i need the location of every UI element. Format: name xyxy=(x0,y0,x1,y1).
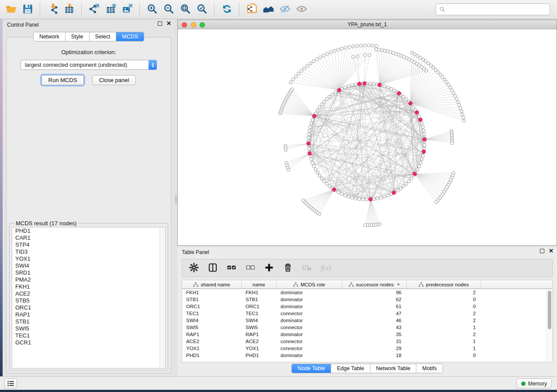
mcds-result-item[interactable]: RAP1 xyxy=(12,311,165,318)
unselect-all-checks-button[interactable] xyxy=(245,262,256,274)
graph-ring-node[interactable] xyxy=(307,136,310,139)
graph-ring-node[interactable] xyxy=(402,185,405,188)
graph-leaf-node[interactable] xyxy=(291,88,294,91)
graph-ring-node[interactable] xyxy=(309,125,312,128)
graph-leaf-node[interactable] xyxy=(315,58,318,61)
tab-style[interactable]: Style xyxy=(66,32,90,41)
column-header-MCDS-role[interactable]: MCDS role xyxy=(277,280,342,289)
graph-leaf-node[interactable] xyxy=(381,48,384,52)
graph-leaf-node[interactable] xyxy=(462,119,465,122)
graph-ring-node[interactable] xyxy=(379,196,382,199)
graph-ring-node[interactable] xyxy=(314,168,317,171)
graph-ring-node[interactable] xyxy=(410,177,413,180)
graph-ring-node[interactable] xyxy=(390,87,393,90)
mcds-result-item[interactable]: FKH1 xyxy=(12,283,165,290)
graph-ring-node[interactable] xyxy=(386,194,389,197)
table-row[interactable]: STB1STB1dominator620 xyxy=(182,296,552,303)
graph-leaf-node[interactable] xyxy=(452,92,455,95)
graph-leaf-node[interactable] xyxy=(377,48,381,51)
graph-leaf-node[interactable] xyxy=(306,64,309,67)
tab-edge-table[interactable]: Edge Table xyxy=(331,364,370,373)
graph-leaf-node[interactable] xyxy=(459,107,462,110)
graph-ring-node[interactable] xyxy=(420,158,423,161)
network-canvas[interactable] xyxy=(178,29,557,245)
graph-ring-node[interactable] xyxy=(416,168,419,171)
tab-mcds[interactable]: MCDS xyxy=(116,32,144,41)
graph-leaf-node[interactable] xyxy=(413,53,416,56)
graph-leaf-node[interactable] xyxy=(312,60,315,63)
mcds-result-list[interactable]: PHD1CAR1STP4TID3YOX1SWI4SRD1PMA2FKH1ACE2… xyxy=(12,227,166,368)
graph-ring-node[interactable] xyxy=(423,144,426,147)
delete-table-button[interactable] xyxy=(301,262,312,274)
zoom-fit-button[interactable] xyxy=(177,2,194,17)
graph-ring-node[interactable] xyxy=(328,95,331,98)
graph-ring-node[interactable] xyxy=(308,129,311,132)
column-header-successor-nodes[interactable]: successor nodes xyxy=(342,280,407,289)
mcds-result-item[interactable]: GCR1 xyxy=(12,339,165,346)
graph-leaf-node[interactable] xyxy=(356,44,359,47)
column-header-name[interactable]: name xyxy=(242,280,277,289)
table-row[interactable]: ORC1ORC1dominator610 xyxy=(182,303,552,310)
graph-leaf-node[interactable] xyxy=(318,56,322,59)
graph-ring-node[interactable] xyxy=(358,197,361,200)
float-panel-icon[interactable] xyxy=(158,21,162,26)
graph-ring-node[interactable] xyxy=(340,193,343,196)
graph-ring-node[interactable] xyxy=(422,129,425,132)
first-neighbors-button[interactable] xyxy=(260,2,277,17)
graph-ring-node[interactable] xyxy=(316,171,319,174)
graph-dominator-node[interactable] xyxy=(392,191,396,195)
graph-ring-node[interactable] xyxy=(311,118,314,121)
table-row[interactable]: TEC1TEC1connector472 xyxy=(182,310,552,317)
mcds-result-item[interactable]: PMA2 xyxy=(12,276,165,283)
graph-ring-node[interactable] xyxy=(386,86,389,89)
maximize-window-icon[interactable] xyxy=(200,22,205,28)
close-panel-button[interactable]: Close panel xyxy=(92,75,136,85)
graph-leaf-node[interactable] xyxy=(449,86,452,89)
graph-dominator-node[interactable] xyxy=(408,101,412,105)
graph-ring-node[interactable] xyxy=(399,187,402,190)
export-table-button[interactable] xyxy=(102,2,119,17)
close-window-icon[interactable] xyxy=(182,22,187,28)
table-row[interactable]: PHD1PHD1dominator180 xyxy=(182,352,552,359)
graph-leaf-node[interactable] xyxy=(289,81,292,84)
graph-leaf-node[interactable] xyxy=(325,52,329,55)
graph-ring-node[interactable] xyxy=(405,182,408,185)
graph-leaf-node[interactable] xyxy=(356,55,359,58)
mcds-result-item[interactable]: STB5 xyxy=(12,297,165,304)
graph-leaf-node[interactable] xyxy=(360,44,363,47)
optimization-criterion-select[interactable]: largest connected component (undirected) xyxy=(21,60,157,70)
zoom-in-button[interactable] xyxy=(144,2,160,17)
graph-leaf-node[interactable] xyxy=(453,94,457,97)
export-image-button[interactable] xyxy=(119,2,135,17)
graph-leaf-node[interactable] xyxy=(352,55,355,58)
mcds-result-item[interactable]: STB1 xyxy=(12,318,165,325)
graph-ring-node[interactable] xyxy=(322,100,325,103)
graph-ring-node[interactable] xyxy=(331,93,334,96)
graph-dominator-node[interactable] xyxy=(422,150,426,154)
graph-ring-node[interactable] xyxy=(383,195,386,198)
save-session-button[interactable] xyxy=(19,2,36,17)
graph-leaf-node[interactable] xyxy=(410,51,413,54)
column-header-predecessor-nodes[interactable]: predecessor nodes xyxy=(407,280,481,289)
graph-ring-node[interactable] xyxy=(365,198,368,201)
graph-leaf-node[interactable] xyxy=(284,144,287,147)
run-mcds-button[interactable]: Run MCDS xyxy=(42,75,84,85)
graph-leaf-node[interactable] xyxy=(371,44,374,47)
graph-dominator-node[interactable] xyxy=(413,172,417,176)
graph-ring-node[interactable] xyxy=(318,174,321,177)
mcds-result-item[interactable]: SWI4 xyxy=(12,262,165,269)
graph-leaf-node[interactable] xyxy=(450,141,453,144)
mcds-result-item[interactable]: SWI5 xyxy=(12,325,165,332)
delete-column-button[interactable] xyxy=(282,262,294,274)
gear-button[interactable] xyxy=(188,262,200,274)
graph-leaf-node[interactable] xyxy=(363,53,367,56)
graph-leaf-node[interactable] xyxy=(375,48,378,51)
graph-ring-node[interactable] xyxy=(316,109,319,112)
graph-leaf-node[interactable] xyxy=(302,199,305,202)
graph-leaf-node[interactable] xyxy=(460,110,463,113)
graph-ring-node[interactable] xyxy=(422,133,426,136)
import-table-button[interactable] xyxy=(61,2,77,17)
graph-ring-node[interactable] xyxy=(405,97,408,100)
zoom-out-button[interactable] xyxy=(160,2,177,17)
graph-leaf-node[interactable] xyxy=(322,54,325,57)
